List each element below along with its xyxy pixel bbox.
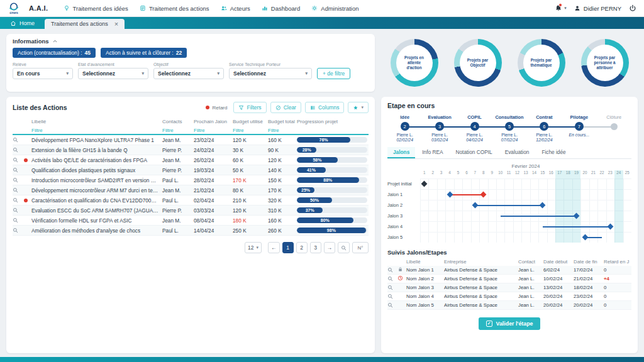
nav-item-dashboard[interactable]: Dashboard — [262, 5, 300, 12]
table-row[interactable]: Extension de la filière GH15 à la bande … — [13, 145, 369, 155]
user-menu[interactable]: Didier PERNY — [574, 5, 621, 12]
filter-select-service-technique-porteur[interactable]: Selectionnez▾ — [229, 68, 312, 79]
table-row[interactable]: Introduction microcontrôleur SAMD2IRT en… — [13, 175, 369, 185]
informations-header[interactable]: Informations — [13, 38, 369, 45]
jalon-row[interactable]: Nom Jalon 1Airbus Defense & SpaceJean L.… — [387, 266, 631, 275]
tab-fiche-idee[interactable]: Fiche idée — [536, 147, 571, 158]
badge-contractualisation[interactable]: Action (contractualisation) :45 — [13, 48, 96, 58]
donut-projets-par-personne-a-attribuer[interactable]: Projets par personne à attribuer — [581, 39, 629, 87]
progress-bar: 41% — [297, 167, 367, 173]
next-page-button[interactable]: → — [324, 242, 336, 253]
step-owner: Pierre L. — [431, 133, 448, 137]
toolbar-filters-button[interactable]: Filters — [233, 102, 266, 113]
close-tab-icon[interactable]: × — [114, 21, 118, 28]
table-row[interactable]: Vérification formelle HDL sur FGPA et AS… — [13, 216, 369, 226]
nav-item-administration[interactable]: Administration — [311, 5, 358, 12]
action-contact: Paul L. — [162, 197, 194, 204]
table-row[interactable]: Développement microcontrôleur ARM M7 dur… — [13, 185, 369, 195]
row-search-icon[interactable] — [387, 285, 393, 290]
tab-home[interactable]: Home — [5, 17, 40, 29]
jalon-row[interactable]: Nom Jalon 2Airbus Defense & SpaceJean L.… — [387, 275, 631, 283]
column-header: Date de fin — [574, 259, 604, 265]
page-button-1[interactable]: 1 — [282, 242, 294, 253]
step-consultation[interactable]: Consultation5Pierre L.07/02/24 — [492, 114, 526, 142]
nav-item-traitement-des-actions[interactable]: Traitement des actions — [140, 5, 209, 12]
page-number-input[interactable] — [352, 242, 369, 253]
row-search-icon[interactable] — [387, 267, 393, 273]
dashboard-icon — [262, 5, 268, 11]
column-filter[interactable]: Filtre — [31, 128, 162, 133]
column-filter[interactable]: Filtre — [268, 128, 297, 133]
app-title: A.A.I. — [29, 4, 48, 12]
column-filter[interactable]: Filtre — [233, 128, 268, 133]
filter-value: En cours — [17, 70, 40, 77]
action-budget-total: 140 K — [268, 167, 297, 173]
validate-step-button[interactable]: ✓ Valider l'étape — [479, 317, 541, 330]
tab-info-rea[interactable]: Info REA — [416, 147, 448, 158]
badge-a-cloturer[interactable]: Action à suivre et à clôturer :22 — [101, 48, 187, 58]
step-cloture[interactable]: Clôture — [597, 114, 631, 142]
nav-item-traitement-des-idees[interactable]: Traitement des idées — [64, 5, 128, 12]
page-button-3[interactable]: 3 — [310, 242, 321, 253]
etape-card: Etape en cours Idée2Pierre L.02/02/24Eva… — [381, 97, 638, 353]
step-contrat[interactable]: Contrat6Pierre L.12/02/24 — [527, 114, 562, 142]
tab-traitement-des-actions[interactable]: Traitement des actions × — [45, 19, 125, 29]
column-filter[interactable]: Filtre — [162, 128, 194, 133]
action-libelle: Activités labo QE/LE de caractérisation … — [31, 157, 162, 163]
table-row[interactable]: Caractérisation et qualification du CNA … — [13, 195, 369, 206]
table-row[interactable]: Evaluation ESCC du SoC ARM SAMRH707 (JAG… — [13, 206, 369, 216]
row-search-icon[interactable] — [13, 167, 18, 173]
notifications-button[interactable]: ▾ — [555, 4, 567, 12]
step-idee[interactable]: Idée2Pierre L.02/02/24 — [387, 114, 422, 142]
column-header: Retard en J — [604, 259, 631, 265]
tab-evaluation[interactable]: Evaluation — [499, 147, 535, 158]
row-search-icon[interactable] — [387, 293, 393, 299]
row-search-icon[interactable] — [387, 276, 393, 282]
jalon-row[interactable]: Nom Jalon 5Airbus Defense & SpaceJean L.… — [387, 301, 631, 310]
table-row[interactable]: Développement FPGA NanoXplore ULTRA7 Pha… — [13, 135, 369, 145]
row-search-icon[interactable] — [13, 187, 18, 193]
page-size-select[interactable]: 12▾ — [245, 242, 262, 253]
jalon-retard: 0 — [604, 267, 631, 273]
toolbar-clear-button[interactable]: Clear — [270, 102, 301, 113]
row-search-icon[interactable] — [13, 137, 18, 143]
cnes-logo[interactable]: cnes — [8, 2, 20, 14]
tab-jalons[interactable]: Jalons — [387, 147, 415, 158]
more-filter-button[interactable]: + de filtre — [317, 68, 350, 79]
row-search-icon[interactable] — [13, 177, 18, 183]
jalon-row[interactable]: Nom Jalon 4Airbus Defense & SpaceJean L.… — [387, 292, 631, 301]
table-row[interactable]: Amélioration des méthodes d'analyse de c… — [13, 226, 369, 236]
filter-select-etat-d-avancement[interactable]: Selectionnez▾ — [78, 68, 148, 79]
donut-projets-en-attente-d-action[interactable]: Projets en attente d'action — [391, 39, 438, 87]
pagination-search-button[interactable] — [338, 242, 350, 253]
column-header: Libellé — [31, 119, 162, 124]
table-row[interactable]: Activités labo QE/LE de caractérisation … — [13, 155, 369, 165]
row-search-icon[interactable] — [13, 197, 18, 203]
donut-projets-par-thematique[interactable]: Projets par thématique — [518, 39, 565, 87]
row-search-icon[interactable] — [13, 207, 18, 213]
step-pilotage[interactable]: Pilotage7En cours... — [562, 114, 596, 142]
step-copil[interactable]: COPIL4Pierre L.04/02/24 — [457, 114, 492, 142]
row-search-icon[interactable] — [13, 228, 18, 233]
toolbar-columns-button[interactable]: Columns — [305, 102, 345, 113]
nav-item-acteurs[interactable]: Acteurs — [221, 5, 250, 12]
tab-notation-copil[interactable]: Notation COPIL — [450, 147, 498, 158]
step-evaluation[interactable]: Evaluation3Pierre L.03/02/24 — [422, 114, 457, 142]
row-search-icon[interactable] — [13, 147, 18, 153]
column-filter[interactable]: Filtre — [194, 128, 233, 133]
jalon-row[interactable]: Nom Jalon 3Airbus Defense & SpaceJean L.… — [387, 283, 631, 292]
filter-select-objectif[interactable]: Selectionnez▾ — [153, 68, 224, 79]
prev-page-button[interactable]: ← — [268, 242, 280, 253]
row-search-icon[interactable] — [387, 302, 393, 308]
chevron-down-icon: ▾ — [256, 245, 258, 250]
power-icon[interactable] — [629, 4, 636, 12]
page-button-2[interactable]: 2 — [296, 242, 308, 253]
row-search-icon[interactable] — [13, 157, 18, 163]
retard-legend-label: Retard — [212, 105, 227, 111]
nav-item-label: Traitement des actions — [149, 5, 209, 12]
row-search-icon[interactable] — [13, 217, 18, 223]
toolbar-favorites-button[interactable]: ▾ — [348, 102, 369, 113]
filter-select-releve[interactable]: En cours▾ — [13, 68, 73, 79]
donut-projets-par-objectif[interactable]: Projets par Objectif — [454, 39, 502, 87]
table-row[interactable]: Qualification diodes plastiques petits s… — [13, 165, 369, 175]
